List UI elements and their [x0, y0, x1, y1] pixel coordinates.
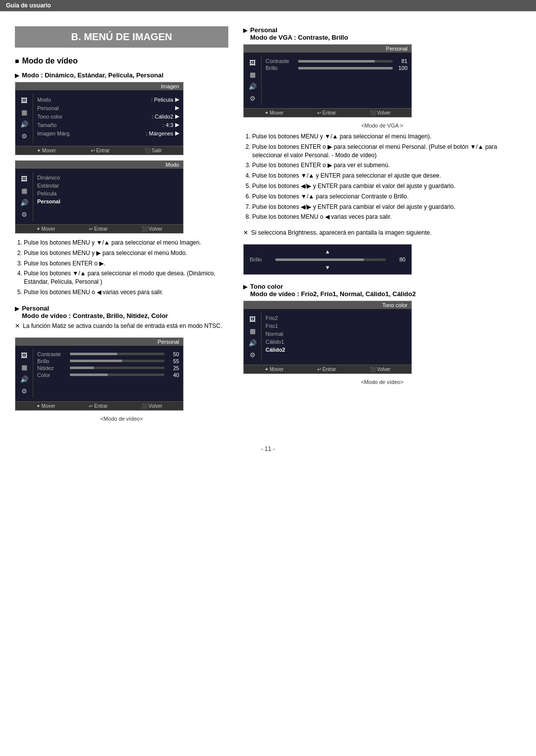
note-brightness: Si selecciona Brightness, aparecerá en p…: [243, 229, 521, 236]
step-1-2: Pulse los botones MENU y ▶ para seleccio…: [24, 249, 228, 257]
icon-image-2: 🖼: [18, 174, 30, 184]
menu-item-modo: Modo : Pelicula ▶: [37, 95, 179, 104]
caption-modo-video-tono: <Modo de vídeo>: [243, 379, 521, 385]
step-2-4: Pulse los botones ▼/▲ y ENTER para selec…: [252, 172, 521, 180]
tono-frio1: Frio1: [266, 322, 407, 330]
footer-enter-4: ↩ Entrar: [317, 110, 336, 116]
icon-settings-3: ⚙: [18, 386, 30, 396]
menu-item-tamano: Tamaño : 4:3 ▶: [37, 121, 179, 129]
step-2-7: Pulse los botones ◀/▶ y ENTER para cambi…: [252, 203, 521, 211]
menu-box-imagen: Imagen 🖼 ▦ 🔊 ⚙ Modo : Pelicula ▶ Persona…: [15, 82, 184, 155]
icon-settings-5: ⚙: [247, 350, 259, 360]
menu-item-tono-color: Tono color : Cálido2 ▶: [37, 112, 179, 121]
modo-pelicula: Película: [37, 189, 179, 197]
menu-box-personal-vga-header: Personal: [244, 45, 411, 53]
footer-move-3: ✦ Mover: [36, 403, 56, 409]
step-2-6: Pulse los botones ▼/▲ para seleccionar C…: [252, 192, 521, 201]
menu-icons-tono: 🖼 ▦ 🔊 ⚙: [244, 312, 262, 362]
menu-footer-personal-video: ✦ Mover ↩ Entrar ⬛ Volver: [15, 401, 183, 410]
page-number: - 11 -: [0, 445, 536, 452]
arrow-title-personal-video: Personal Modo de vídeo : Contraste, Bril…: [15, 305, 228, 319]
arrow-title-tono-color-text: Tono color Modo de vídeo : Frío2, Frío1,…: [250, 283, 416, 298]
icon-image-3: 🖼: [18, 351, 30, 361]
tono-normal: Normal: [266, 330, 407, 338]
arrow-title-personal-vga-text: Personal Modo de VGA : Contraste, Brillo: [250, 26, 348, 41]
menu-footer-vga: ✦ Mover ↩ Entrar ⬛ Volver: [244, 108, 411, 117]
brillo-row: Brillo 80: [250, 256, 405, 262]
slider-color-video: Color 40: [37, 372, 179, 378]
step-2-1: Pulse los botones MENU y ▼/▲ para selecc…: [252, 132, 521, 141]
footer-move-5: ✦ Mover: [265, 367, 284, 372]
footer-volver-2: ⬛ Volver: [141, 226, 163, 232]
footer-move-2: ✦ Mover: [36, 226, 56, 232]
footer-enter-2: ↩ Entrar: [89, 226, 108, 232]
menu-item-personal-1: Personal ▶: [37, 104, 179, 112]
menu-items-personal-video: Contraste 50 Brillo 55 Nit: [33, 349, 183, 398]
step-1-4: Pulse los botones ▼/▲ para seleccionar e…: [24, 269, 228, 286]
arrow-title-personal-video-text: Personal Modo de vídeo : Contraste, Bril…: [22, 305, 168, 319]
arrow-title-tono-color: Tono color Modo de vídeo : Frío2, Frío1,…: [243, 283, 521, 298]
brillo-down-arrow: ▼: [250, 264, 405, 270]
right-column: Personal Modo de VGA : Contraste, Brillo…: [243, 26, 521, 426]
icon-grid-1: ▦: [18, 107, 30, 117]
dropdown-items-modo: Dinámico Estándar Película Personal: [33, 172, 183, 221]
tono-frio2: Frio2: [266, 314, 407, 322]
icon-settings-1: ⚙: [18, 131, 30, 141]
menu-footer-imagen: ✦ Mover ↩ Entrar ⬛ Salir: [15, 146, 183, 155]
dropdown-header-tono-color: Tono color: [244, 301, 411, 309]
slider-brillo-video: Brillo 55: [37, 358, 179, 365]
icon-sound-4: 🔊: [247, 81, 259, 91]
icon-sound-2: 🔊: [18, 197, 30, 207]
top-bar-label: Guia de usuario: [6, 2, 51, 9]
icon-image-1: 🖼: [18, 95, 30, 105]
slider-nitidez-video: Nitidez 25: [37, 365, 179, 372]
footer-volver-4: ⬛ Volver: [370, 110, 391, 116]
section-title: B. MENÚ DE IMAGEN: [15, 26, 228, 48]
brillo-value: 80: [394, 256, 405, 262]
menu-icons-left: 🖼 ▦ 🔊 ⚙: [15, 93, 33, 143]
note-matiz: La función Matiz se activa cuando la señ…: [15, 322, 228, 329]
menu-box-personal-video: Personal 🖼 ▦ 🔊 ⚙ Contraste 50: [15, 337, 184, 411]
icon-sound-3: 🔊: [18, 375, 30, 384]
icon-image-4: 🖼: [247, 58, 259, 67]
footer-volver-3: ⬛ Volver: [141, 403, 163, 409]
brillo-box: ▲ Brillo 80 ▼: [243, 244, 412, 275]
icon-sound-1: 🔊: [18, 119, 30, 129]
slider-contraste-vga: Contraste 81: [266, 58, 407, 64]
tono-calido2: Cálido2: [266, 346, 407, 354]
menu-box-tono-color: Tono color 🖼 ▦ 🔊 ⚙ Frio2 Frio1 Normal Cá…: [243, 301, 412, 374]
menu-icons-modo: 🖼 ▦ 🔊 ⚙: [15, 172, 33, 221]
note-matiz-text: La función Matiz se activa cuando la señ…: [15, 322, 228, 329]
arrow-title-personal-vga: Personal Modo de VGA : Contraste, Brillo: [243, 26, 521, 41]
footer-enter-3: ↩ Entrar: [89, 403, 108, 409]
left-column: B. MENÚ DE IMAGEN Modo de vídeo Modo : D…: [15, 26, 228, 426]
menu-items-vga: Contraste 81 Brillo 100: [262, 56, 411, 105]
step-1-5: Pulse los botones MENU o ◀ varias veces …: [24, 288, 228, 297]
dropdown-header-modo: Modo: [15, 161, 183, 169]
steps-list-1: Pulse los botones MENU y ▼/▲ para selecc…: [15, 239, 228, 297]
note-brightness-text: Si selecciona Brightness, aparecerá en p…: [243, 229, 521, 236]
step-2-2: Pulse los botones ENTER o ▶ para selecci…: [252, 143, 521, 160]
menu-box-modo: Modo 🖼 ▦ 🔊 ⚙ Dinámico Estándar Película …: [15, 160, 184, 234]
step-1-1: Pulse los botones MENU y ▼/▲ para selecc…: [24, 239, 228, 247]
menu-items-imagen: Modo : Pelicula ▶ Personal ▶ Tono color …: [33, 93, 183, 143]
icon-settings-2: ⚙: [18, 209, 30, 219]
menu-item-imagen-marg: Imagen Márg. : Márgenes ▶: [37, 129, 179, 137]
tono-calido1: Cálido1: [266, 338, 407, 346]
caption-modo-vga: <Modo de VGA >: [243, 123, 521, 128]
menu-box-imagen-header: Imagen: [15, 82, 183, 90]
icon-grid-2: ▦: [18, 186, 30, 195]
footer-move-1: ✦ Mover: [37, 148, 56, 153]
arrow-title-modo: Modo : Dinámico, Estándar, Película, Per…: [15, 71, 228, 79]
footer-exit-1: ⬛ Salir: [144, 148, 162, 153]
caption-modo-video: <Modo de vídeo>: [15, 416, 228, 422]
menu-icons-vga: 🖼 ▦ 🔊 ⚙: [244, 56, 262, 105]
dropdown-items-tono: Frio2 Frio1 Normal Cálido1 Cálido2: [262, 312, 411, 362]
brillo-label: Brillo: [250, 256, 268, 262]
menu-box-personal-vga: Personal 🖼 ▦ 🔊 ⚙ Contraste 81: [243, 44, 412, 118]
steps-list-2: Pulse los botones MENU y ▼/▲ para selecc…: [243, 132, 521, 221]
arrow-title-modo-text: Modo : Dinámico, Estándar, Película, Per…: [22, 71, 163, 79]
footer-move-4: ✦ Mover: [265, 110, 284, 116]
step-2-5: Pulse los botones ◀/▶ y ENTER para cambi…: [252, 182, 521, 190]
menu-icons-personal-video: 🖼 ▦ 🔊 ⚙: [15, 349, 33, 398]
